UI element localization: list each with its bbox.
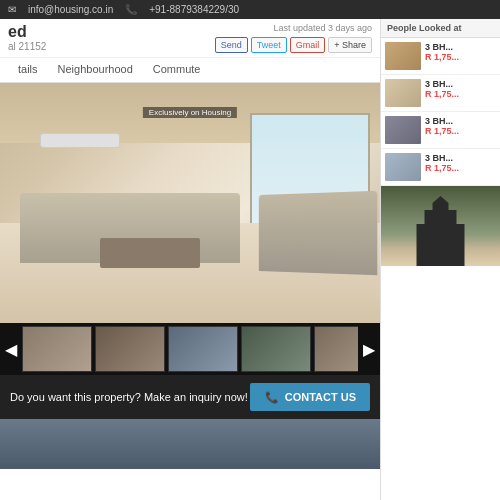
listing-type-1: 3 BH... bbox=[425, 42, 496, 52]
prev-thumb-button[interactable]: ◀ bbox=[0, 340, 22, 359]
listing-info-1: 3 BH... R 1,75... bbox=[425, 42, 496, 62]
room-coffee-table bbox=[100, 238, 200, 268]
listing-price-2: R 1,75... bbox=[425, 89, 496, 99]
thumbnail-5[interactable] bbox=[314, 326, 358, 372]
property-title-section: ed al 21152 bbox=[8, 23, 46, 52]
listing-price-3: R 1,75... bbox=[425, 126, 496, 136]
nav-tabs: tails Neighbourhood Commute bbox=[0, 58, 380, 83]
top-bar: ✉ info@housing.co.in 📞 +91-8879384229/30 bbox=[0, 0, 500, 19]
tab-details[interactable]: tails bbox=[8, 58, 48, 82]
listing-thumb-4 bbox=[385, 153, 421, 181]
exclusively-label: Exclusively on Housing bbox=[143, 107, 237, 118]
last-updated: Last updated 3 days ago bbox=[273, 23, 372, 33]
cta-text: Do you want this property? Make an inqui… bbox=[10, 391, 248, 403]
cta-bar: Do you want this property? Make an inqui… bbox=[0, 375, 380, 419]
listing-info-2: 3 BH... R 1,75... bbox=[425, 79, 496, 99]
room-sofa2 bbox=[259, 191, 377, 275]
image-container: Exclusively on Housing bbox=[0, 83, 380, 323]
listing-thumb-2 bbox=[385, 79, 421, 107]
scenic-area bbox=[381, 186, 500, 266]
tab-neighbourhood[interactable]: Neighbourhood bbox=[48, 58, 143, 82]
listing-thumb-1 bbox=[385, 42, 421, 70]
thumbnail-3[interactable] bbox=[168, 326, 238, 372]
ac-unit bbox=[40, 133, 120, 148]
listing-thumb-3 bbox=[385, 116, 421, 144]
listing-type-2: 3 BH... bbox=[425, 79, 496, 89]
thumbnail-strip: ◀ ▶ bbox=[0, 323, 380, 375]
main-wrapper: ed al 21152 Last updated 3 days ago Send… bbox=[0, 19, 500, 500]
main-image bbox=[0, 83, 380, 323]
header-right: Last updated 3 days ago Send Tweet Gmail… bbox=[215, 23, 372, 53]
sidebar-listing-4[interactable]: 3 BH... R 1,75... bbox=[381, 149, 500, 186]
bottom-strip bbox=[0, 419, 380, 469]
tab-commute[interactable]: Commute bbox=[143, 58, 211, 82]
thumbnails bbox=[22, 326, 358, 372]
listing-price-1: R 1,75... bbox=[425, 52, 496, 62]
sidebar-header: People Looked at bbox=[381, 19, 500, 38]
next-thumb-button[interactable]: ▶ bbox=[358, 340, 380, 359]
sidebar-listing-2[interactable]: 3 BH... R 1,75... bbox=[381, 75, 500, 112]
listing-price-4: R 1,75... bbox=[425, 163, 496, 173]
share-buttons: Send Tweet Gmail + Share bbox=[215, 37, 372, 53]
phone-icon: 📞 bbox=[125, 4, 137, 15]
property-id: al 21152 bbox=[8, 41, 46, 52]
sidebar-listing-1[interactable]: 3 BH... R 1,75... bbox=[381, 38, 500, 75]
listing-info-4: 3 BH... R 1,75... bbox=[425, 153, 496, 173]
send-button[interactable]: Send bbox=[215, 37, 248, 53]
phone-icon: 📞 bbox=[264, 389, 280, 405]
bottom-image bbox=[0, 419, 380, 469]
listing-info-3: 3 BH... R 1,75... bbox=[425, 116, 496, 136]
contact-us-label: CONTACT US bbox=[285, 391, 356, 403]
sidebar-listing-3[interactable]: 3 BH... R 1,75... bbox=[381, 112, 500, 149]
thumbnail-4[interactable] bbox=[241, 326, 311, 372]
email-link[interactable]: info@housing.co.in bbox=[28, 4, 113, 15]
property-title: ed bbox=[8, 23, 46, 41]
phone-link[interactable]: +91-8879384229/30 bbox=[149, 4, 239, 15]
thumbnail-1[interactable] bbox=[22, 326, 92, 372]
share-plus-button[interactable]: + Share bbox=[328, 37, 372, 53]
listing-type-3: 3 BH... bbox=[425, 116, 496, 126]
content-area: ed al 21152 Last updated 3 days ago Send… bbox=[0, 19, 380, 500]
contact-us-button[interactable]: 📞 CONTACT US bbox=[250, 383, 370, 411]
gmail-button[interactable]: Gmail bbox=[290, 37, 326, 53]
thumbnail-2[interactable] bbox=[95, 326, 165, 372]
listing-type-4: 3 BH... bbox=[425, 153, 496, 163]
tweet-button[interactable]: Tweet bbox=[251, 37, 287, 53]
property-header: ed al 21152 Last updated 3 days ago Send… bbox=[0, 19, 380, 58]
email-icon: ✉ bbox=[8, 4, 16, 15]
right-sidebar: People Looked at 3 BH... R 1,75... 3 BH.… bbox=[380, 19, 500, 500]
building-silhouette bbox=[401, 196, 481, 266]
